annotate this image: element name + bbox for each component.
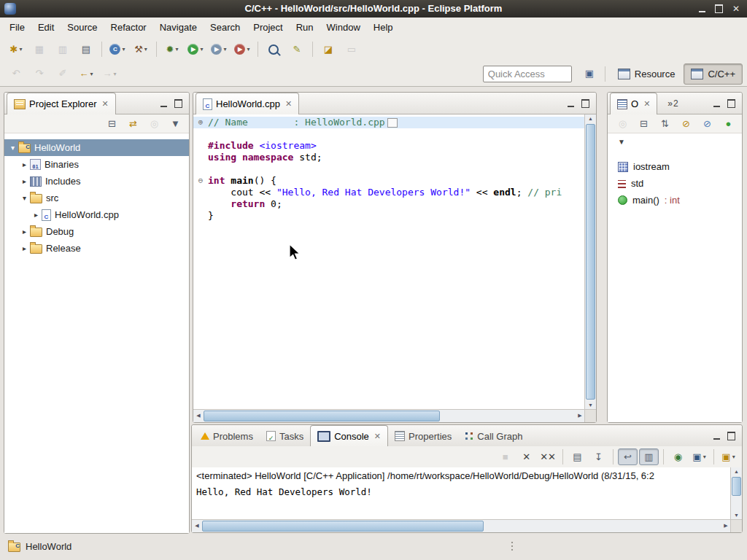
close-icon[interactable]: [101, 99, 108, 109]
hide-fields-button[interactable]: ⊘: [676, 115, 696, 132]
chevron-expanded-icon[interactable]: [7, 144, 18, 152]
code-editor[interactable]: // Name : HelloWorld.cpp#include <iostre…: [193, 114, 585, 410]
editor-tab-helloworld-cpp[interactable]: HelloWorld.cpp: [196, 93, 299, 114]
console-output[interactable]: Hello, Red Hat Developers World!: [192, 485, 731, 520]
console-vertical-scrollbar[interactable]: [730, 467, 742, 520]
scroll-right-arrow-icon[interactable]: [721, 520, 731, 532]
tree-item-helloworld[interactable]: HelloWorld: [4, 139, 189, 156]
tab-console[interactable]: Console: [310, 425, 388, 447]
remove-all-terminated-button[interactable]: ✕✕: [538, 448, 558, 465]
minimize-window-button[interactable]: [699, 5, 705, 12]
sort-button[interactable]: ⇅: [655, 115, 675, 132]
close-icon[interactable]: [374, 432, 381, 441]
maximize-view-icon[interactable]: [581, 99, 589, 108]
folded-code-indicator[interactable]: [387, 118, 398, 128]
code-line[interactable]: [193, 163, 585, 175]
tab-outline[interactable]: O: [610, 93, 657, 114]
chevron-collapsed-icon[interactable]: [19, 244, 30, 252]
maximize-window-button[interactable]: [715, 4, 723, 13]
scrollbar-thumb[interactable]: [732, 477, 741, 496]
sash-handle[interactable]: [511, 540, 513, 551]
scroll-up-arrow-icon[interactable]: [585, 114, 596, 123]
menu-help[interactable]: Help: [367, 19, 400, 36]
outline-item-iostream[interactable]: iostream: [608, 158, 742, 175]
menu-search[interactable]: Search: [204, 19, 247, 36]
tree-item-includes[interactable]: Includes: [4, 173, 189, 190]
chevron-expanded-icon[interactable]: [19, 194, 30, 202]
tab-call-graph[interactable]: Call Graph: [458, 426, 529, 446]
code-line[interactable]: }: [193, 210, 585, 222]
debug-button[interactable]: ✹: [161, 40, 183, 59]
remove-launch-button[interactable]: ✕: [516, 448, 536, 465]
collapse-all-button[interactable]: ⊟: [634, 115, 654, 132]
new-button[interactable]: ✱: [5, 40, 27, 59]
editor-vertical-scrollbar[interactable]: [584, 114, 596, 410]
tree-item-debug[interactable]: Debug: [4, 223, 189, 240]
fold-minus-icon[interactable]: [193, 175, 208, 187]
menu-file[interactable]: File: [3, 19, 31, 36]
new-cpp-project-button[interactable]: C: [107, 40, 128, 59]
print-button[interactable]: ▤: [75, 40, 97, 59]
perspective-resource-button[interactable]: Resource: [611, 63, 683, 85]
maximize-view-icon[interactable]: [727, 99, 735, 108]
open-perspective-button[interactable]: ▣: [578, 64, 600, 83]
scroll-up-arrow-icon[interactable]: [731, 467, 742, 476]
tab-project-explorer[interactable]: Project Explorer: [7, 93, 116, 114]
scrollbar-thumb[interactable]: [204, 411, 440, 421]
tree-item-binaries[interactable]: Binaries: [4, 156, 189, 173]
scroll-right-arrow-icon[interactable]: [575, 410, 585, 422]
outline-item-std[interactable]: std: [608, 175, 742, 192]
view-menu-button[interactable]: ▼: [166, 115, 185, 132]
build-button[interactable]: ⚒: [130, 40, 152, 59]
hide-static-button[interactable]: ⊘: [697, 115, 717, 132]
menu-run[interactable]: Run: [290, 19, 320, 36]
close-icon[interactable]: [285, 99, 292, 109]
outline-item-main[interactable]: main() : int: [608, 192, 742, 209]
code-line[interactable]: // Name : HelloWorld.cpp: [193, 117, 585, 128]
back-button[interactable]: ←: [75, 64, 97, 83]
code-line[interactable]: return 0;: [193, 198, 585, 210]
close-window-button[interactable]: [732, 0, 740, 18]
scroll-left-arrow-icon[interactable]: [192, 520, 202, 532]
clear-console-button[interactable]: ▤: [568, 448, 587, 465]
tree-item-helloworld-cpp[interactable]: HelloWorld.cpp: [4, 206, 189, 223]
maximize-view-icon[interactable]: [174, 99, 182, 108]
tree-item-release[interactable]: Release: [4, 240, 189, 257]
tab-overflow-indicator[interactable]: »2: [667, 98, 678, 109]
hide-non-public-button[interactable]: ●: [719, 115, 738, 132]
code-line[interactable]: int main() {: [193, 175, 585, 187]
code-line[interactable]: #include <iostream>: [193, 140, 585, 152]
chevron-collapsed-icon[interactable]: [19, 160, 30, 168]
console-horizontal-scrollbar[interactable]: [192, 519, 731, 532]
chevron-collapsed-icon[interactable]: [19, 177, 30, 185]
scrollbar-thumb[interactable]: [202, 521, 484, 532]
minimize-view-icon[interactable]: [713, 432, 720, 440]
code-line[interactable]: cout << "Hello, Red Hat Developers World…: [193, 187, 585, 198]
scrollbar-thumb[interactable]: [586, 124, 595, 400]
menu-window[interactable]: Window: [320, 19, 367, 36]
scroll-left-arrow-icon[interactable]: [193, 410, 204, 422]
menu-edit[interactable]: Edit: [31, 19, 61, 36]
run-button[interactable]: ▶: [185, 40, 206, 59]
tab-tasks[interactable]: Tasks: [260, 426, 310, 446]
maximize-view-icon[interactable]: [727, 432, 735, 440]
tab-properties[interactable]: Properties: [388, 426, 458, 446]
open-console-button[interactable]: ▣: [719, 448, 738, 465]
perspective-c-c-button[interactable]: C/C++: [684, 63, 743, 85]
toggle-annotations-button[interactable]: ✎: [286, 40, 308, 59]
word-wrap-button[interactable]: ↩: [618, 448, 638, 465]
minimize-view-icon[interactable]: [713, 100, 720, 107]
view-menu-icon[interactable]: [618, 138, 625, 146]
menu-refactor[interactable]: Refactor: [104, 19, 153, 36]
editor-horizontal-scrollbar[interactable]: [193, 409, 585, 422]
minimize-view-icon[interactable]: [160, 100, 167, 107]
search-button[interactable]: [263, 40, 285, 59]
chevron-collapsed-icon[interactable]: [31, 211, 42, 219]
scroll-lock-button[interactable]: ↧: [589, 448, 608, 465]
menu-source[interactable]: Source: [61, 19, 104, 36]
pin-console-button[interactable]: ◉: [668, 448, 688, 465]
menu-navigate[interactable]: Navigate: [153, 19, 204, 36]
code-line[interactable]: [193, 128, 585, 140]
minimize-view-icon[interactable]: [568, 100, 574, 107]
code-line[interactable]: using namespace std;: [193, 152, 585, 163]
